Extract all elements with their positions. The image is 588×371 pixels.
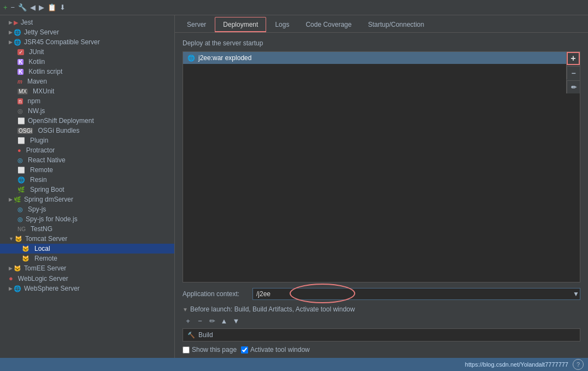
tab-startup[interactable]: Startup/Connection [360, 17, 432, 32]
sidebar-item-label: Kotlin [28, 58, 45, 66]
sidebar-item-label: JUnit [29, 48, 44, 56]
bottom-row: Show this page Activate tool window [183, 346, 580, 354]
tree-arrow-jetty: ▶ [9, 30, 13, 35]
sidebar-item-plugin[interactable]: ⬜ Plugin [0, 136, 174, 145]
sidebar-item-label: Protractor [26, 146, 55, 154]
before-launch-header: ▼ Before launch: Build, Build Artifacts,… [183, 305, 580, 313]
kotlinscript-icon: K [17, 69, 23, 75]
sidebar-item-springboot[interactable]: 🌿 Spring Boot [0, 185, 174, 195]
toolbar: + − 🔧 ◀ ▶ 📋 ⬇ [0, 0, 588, 15]
bl-down-button[interactable]: ▼ [231, 315, 242, 326]
jsr45-icon: 🌐 [14, 39, 21, 46]
tab-codecoverage[interactable]: Code Coverage [298, 17, 359, 32]
edit-deploy-button[interactable]: ✏ [567, 80, 580, 93]
build-icon: 🔨 [187, 332, 195, 339]
footer-bar: https://blog.csdn.net/Yolandalt7777777 ? [0, 358, 588, 371]
copy-toolbar-icon[interactable]: 📋 [48, 3, 56, 11]
before-launch-list: 🔨 Build [183, 328, 580, 341]
bl-remove-button[interactable]: − [195, 315, 205, 326]
app-context-input-wrap: ▼ [252, 288, 580, 300]
before-launch-item-label: Build [198, 331, 213, 339]
sidebar-item-label: MXUnit [33, 87, 54, 95]
sidebar-item-springdm[interactable]: ▶ 🌿 Spring dmServer [0, 195, 174, 204]
resin-icon: 🌐 [17, 176, 25, 184]
sidebar-item-label: Local [34, 245, 50, 252]
spyjsnode-icon: ◎ [17, 216, 23, 223]
sidebar-item-tomcat-local[interactable]: 🐱 Local [0, 244, 174, 254]
jetty-icon: 🌐 [14, 29, 21, 36]
junit-icon: ✓ [17, 49, 24, 55]
sidebar-item-tomcatserver[interactable]: ▼ 🐱 Tomcat Server [0, 234, 174, 244]
sidebar-item-label: Jest [21, 19, 33, 26]
deploy-at-startup-label: Deploy at the server startup [183, 39, 580, 47]
springboot-icon: 🌿 [17, 186, 25, 193]
weblogic-icon: ● [9, 274, 13, 282]
tab-deployment[interactable]: Deployment [215, 17, 266, 32]
sidebar-item-weblogic[interactable]: ● WebLogic Server [0, 273, 174, 284]
sidebar-item-openshift[interactable]: ⬜ OpenShift Deployment [0, 116, 174, 126]
sidebar-item-kotlinscript[interactable]: K Kotlin script [0, 67, 174, 76]
tomcat-local-icon: 🐱 [22, 245, 30, 252]
sidebar-item-label: Spring dmServer [24, 196, 73, 203]
sidebar-item-reactnative[interactable]: ◎ React Native [0, 155, 174, 165]
deploy-item-label: j2ee:war exploded [198, 54, 251, 62]
download-toolbar-icon[interactable]: ⬇ [60, 3, 66, 11]
sidebar-item-label: TestNG [31, 225, 52, 233]
sidebar-item-label: WebSphere Server [24, 285, 80, 292]
sidebar-item-remote[interactable]: ⬜ Remote [0, 165, 174, 175]
sidebar-item-label: Spy-js for Node.js [26, 215, 78, 223]
remote-icon: ⬜ [17, 167, 25, 174]
before-launch-item-build[interactable]: 🔨 Build [183, 330, 580, 340]
remove-deploy-button[interactable]: − [567, 66, 580, 79]
before-launch-label: Before launch: Build, Build Artifacts, A… [190, 305, 355, 313]
settings-toolbar-icon[interactable]: 🔧 [18, 3, 27, 11]
sidebar-item-mxunit[interactable]: MX MXUnit [0, 86, 174, 96]
bl-edit-button[interactable]: ✏ [207, 315, 217, 326]
activate-tool-window-checkbox[interactable] [241, 346, 248, 354]
sidebar-item-label: NW.js [28, 107, 45, 115]
sidebar-item-tomcat-remote[interactable]: 🐱 Remote [0, 254, 174, 263]
sidebar-item-resin[interactable]: 🌐 Resin [0, 175, 174, 185]
show-this-page-checkbox[interactable] [183, 346, 190, 354]
tree-arrow-jest: ▶ [9, 20, 13, 25]
sidebar-item-label: TomEE Server [24, 264, 66, 272]
tree-arrow-springdm: ▶ [9, 197, 13, 202]
deploy-list-item[interactable]: 🌐 j2ee:war exploded [183, 52, 580, 64]
bl-up-button[interactable]: ▲ [219, 315, 230, 326]
remove-toolbar-icon[interactable]: − [11, 3, 15, 11]
add-toolbar-icon[interactable]: + [3, 3, 8, 11]
sidebar-item-websphere[interactable]: ▶ 🌐 WebSphere Server [0, 284, 174, 293]
bl-add-button[interactable]: + [183, 315, 193, 326]
sidebar-item-npm[interactable]: n npm [0, 96, 174, 106]
sidebar-item-jetty[interactable]: ▶ 🌐 Jetty Server [0, 27, 174, 37]
activate-tool-window-label: Activate tool window [250, 346, 310, 354]
back-toolbar-icon[interactable]: ◀ [30, 3, 36, 11]
tab-server[interactable]: Server [179, 17, 214, 32]
jest-icon: ▶ [14, 19, 18, 26]
tree-arrow-websphere: ▶ [9, 286, 13, 291]
sidebar-item-osgi[interactable]: OSGi OSGi Bundles [0, 126, 174, 136]
sidebar-item-jsr45[interactable]: ▶ 🌐 JSR45 Compatible Server [0, 37, 174, 47]
protractor-icon: ● [17, 147, 21, 154]
sidebar-item-testng[interactable]: NG TestNG [0, 224, 174, 234]
sidebar-item-protractor[interactable]: ● Protractor [0, 145, 174, 155]
add-deploy-button[interactable]: + [567, 52, 580, 65]
sidebar-item-spyjsnode[interactable]: ◎ Spy-js for Node.js [0, 214, 174, 224]
sidebar-item-kotlin[interactable]: K Kotlin [0, 57, 174, 67]
sidebar-item-nwjs[interactable]: ◎ NW.js [0, 106, 174, 116]
tab-logs[interactable]: Logs [267, 17, 297, 32]
deploy-list: 🌐 j2ee:war exploded + − ✏ [183, 51, 580, 282]
app-context-input[interactable] [252, 288, 580, 300]
openshift-icon: ⬜ [17, 117, 25, 125]
dropdown-arrow-icon[interactable]: ▼ [573, 290, 579, 298]
sidebar-item-junit[interactable]: ✓ JUnit [0, 47, 174, 57]
activate-tool-window-wrap: Activate tool window [241, 346, 310, 354]
help-button[interactable]: ? [573, 359, 584, 370]
sidebar-item-maven[interactable]: m Maven [0, 76, 174, 86]
forward-toolbar-icon[interactable]: ▶ [39, 3, 44, 11]
sidebar-item-tomee[interactable]: ▶ 🐱 TomEE Server [0, 263, 174, 273]
sidebar-item-spyjs[interactable]: ◎ Spy-js [0, 204, 174, 214]
tabs-bar: Server Deployment Logs Code Coverage Sta… [175, 15, 588, 33]
sidebar-item-jest[interactable]: ▶ ▶ Jest [0, 17, 174, 27]
deploy-item-icon: 🌐 [187, 55, 195, 62]
